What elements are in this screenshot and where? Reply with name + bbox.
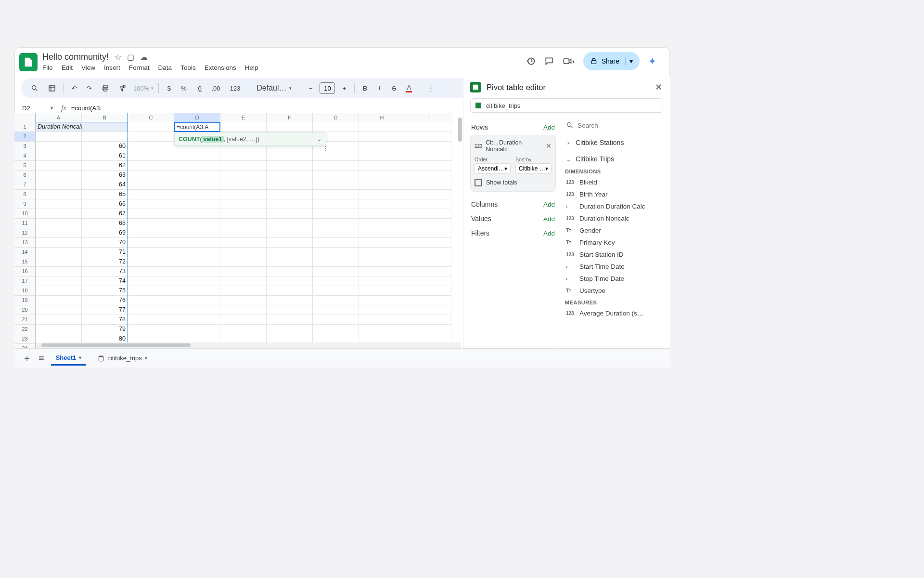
cell-C17[interactable] [128,276,174,286]
strike-icon[interactable]: S [388,83,399,94]
row-header[interactable]: 13 [14,238,36,248]
cell-D21[interactable] [174,315,220,325]
col-header-I[interactable]: I [405,113,451,122]
cell-A20[interactable] [36,305,82,315]
cell-E11[interactable] [220,219,267,228]
cell-H4[interactable] [359,151,405,161]
field-search[interactable] [565,119,665,133]
cell-A21[interactable] [36,315,82,325]
cell-C8[interactable] [128,190,174,199]
increase-font-icon[interactable]: + [339,83,349,94]
menu-view[interactable]: View [81,64,95,71]
cell-H7[interactable] [359,180,405,190]
cell-D13[interactable] [174,238,220,248]
cell-H21[interactable] [359,315,405,325]
row-header[interactable]: 20 [14,305,36,315]
cell-B15[interactable]: 72 [82,257,128,267]
group-stations[interactable]: ›Citibike Stations [565,136,665,149]
cell-E15[interactable] [220,257,267,267]
cell-F14[interactable] [267,248,313,257]
row-header[interactable]: 10 [14,209,36,219]
cell-F7[interactable] [267,180,313,190]
cell-F20[interactable] [267,305,313,315]
more-toolbar-icon[interactable]: ⋮ [425,83,437,94]
history-icon[interactable] [526,56,536,66]
tab-menu-icon[interactable]: ▾ [79,355,81,360]
percent-icon[interactable]: % [178,83,190,94]
row-header[interactable]: 23 [14,334,36,344]
col-header-B[interactable]: B [82,113,128,122]
cell-H22[interactable] [359,325,405,334]
cell-G4[interactable] [313,151,359,161]
more-formats-icon[interactable]: 123 [227,83,244,94]
cell-I19[interactable] [405,296,451,305]
print-icon[interactable] [99,82,112,94]
cell-C13[interactable] [128,238,174,248]
cell-D16[interactable] [174,267,220,276]
dimension-field[interactable]: 123Duration Noncalc [565,212,665,224]
row-header[interactable]: 17 [14,276,36,286]
cell-B21[interactable]: 78 [82,315,128,325]
cell-B14[interactable]: 71 [82,248,128,257]
cell-B1[interactable] [82,122,128,132]
paint-format-icon[interactable] [116,82,129,94]
cell-F5[interactable] [267,161,313,171]
sortby-select[interactable]: Citibike …▾ [515,163,552,174]
zoom-select[interactable]: 100% ▾ [133,85,154,92]
cell-G9[interactable] [313,199,359,209]
cell-D12[interactable] [174,228,220,238]
cell-E22[interactable] [220,325,267,334]
cell-C18[interactable] [128,286,174,296]
cell-I2[interactable] [405,132,451,142]
cell-B20[interactable]: 77 [82,305,128,315]
cell-D11[interactable] [174,219,220,228]
cell-E21[interactable] [220,315,267,325]
cell-B16[interactable]: 73 [82,267,128,276]
cell-F1[interactable] [267,122,313,132]
cell-I21[interactable] [405,315,451,325]
remove-chip-icon[interactable]: ✕ [546,142,552,150]
cell-H9[interactable] [359,199,405,209]
cell-B2[interactable] [82,132,128,142]
cell-H11[interactable] [359,219,405,228]
cell-I10[interactable] [405,209,451,219]
cell-A22[interactable] [36,325,82,334]
cell-A15[interactable] [36,257,82,267]
cell-A8[interactable] [36,190,82,199]
cell-D10[interactable] [174,209,220,219]
cell-B10[interactable]: 67 [82,209,128,219]
add-rows-button[interactable]: Add [543,124,555,131]
formula-input[interactable]: =count(A3: [71,105,102,112]
cell-I4[interactable] [405,151,451,161]
cell-I7[interactable] [405,180,451,190]
col-header-C[interactable]: C [128,113,174,122]
cell-A2[interactable] [36,132,82,142]
group-trips[interactable]: ⌄Citibike Trips [565,152,665,166]
cell-H15[interactable] [359,257,405,267]
comment-icon[interactable] [544,56,554,66]
cell-A7[interactable] [36,180,82,190]
row-header[interactable]: 2 [14,132,36,142]
dimension-field[interactable]: 123Birth Year [565,188,665,200]
redo-icon[interactable]: ↷ [84,83,95,94]
cell-B5[interactable]: 62 [82,161,128,171]
cell-E17[interactable] [220,276,267,286]
cell-A17[interactable] [36,276,82,286]
cell-F6[interactable] [267,171,313,180]
col-header-F[interactable]: F [267,113,313,122]
cell-I11[interactable] [405,219,451,228]
cell-A14[interactable] [36,248,82,257]
cell-I18[interactable] [405,286,451,296]
cell-E13[interactable] [220,238,267,248]
chevron-down-icon[interactable]: ⌄ [317,135,322,143]
cell-B7[interactable]: 64 [82,180,128,190]
cell-F22[interactable] [267,325,313,334]
decrease-font-icon[interactable]: − [305,83,316,94]
cell-G6[interactable] [313,171,359,180]
dimension-field[interactable]: 123Start Station ID [565,249,665,261]
cell-C16[interactable] [128,267,174,276]
cell-D9[interactable] [174,199,220,209]
add-filters-button[interactable]: Add [543,230,555,237]
cell-G8[interactable] [313,190,359,199]
gemini-icon[interactable]: ✦ [648,55,656,67]
